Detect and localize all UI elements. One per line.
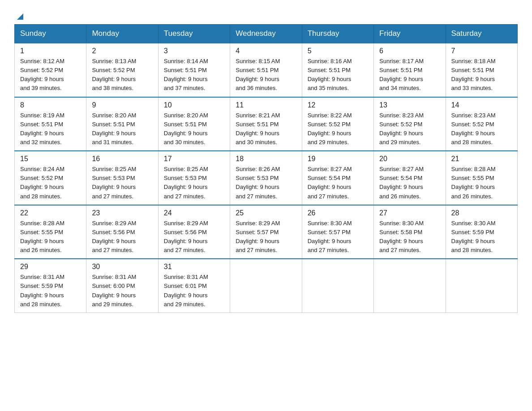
day-info: Sunrise: 8:21 AM Sunset: 5:51 PM Dayligh… xyxy=(236,111,296,147)
day-info: Sunrise: 8:25 AM Sunset: 5:53 PM Dayligh… xyxy=(164,165,224,201)
calendar-cell: 22 Sunrise: 8:28 AM Sunset: 5:55 PM Dayl… xyxy=(15,205,86,259)
day-number: 21 xyxy=(451,155,512,163)
calendar-cell: 21 Sunrise: 8:28 AM Sunset: 5:55 PM Dayl… xyxy=(446,151,517,205)
day-info: Sunrise: 8:16 AM Sunset: 5:51 PM Dayligh… xyxy=(308,57,368,93)
day-info: Sunrise: 8:23 AM Sunset: 5:52 PM Dayligh… xyxy=(451,111,512,147)
calendar-header-row: SundayMondayTuesdayWednesdayThursdayFrid… xyxy=(15,25,518,43)
day-number: 12 xyxy=(308,101,368,109)
calendar-cell: 3 Sunrise: 8:14 AM Sunset: 5:51 PM Dayli… xyxy=(158,43,230,97)
day-number: 22 xyxy=(20,209,81,217)
day-info: Sunrise: 8:17 AM Sunset: 5:51 PM Dayligh… xyxy=(379,57,440,93)
day-info: Sunrise: 8:28 AM Sunset: 5:55 PM Dayligh… xyxy=(20,219,81,255)
day-info: Sunrise: 8:22 AM Sunset: 5:52 PM Dayligh… xyxy=(308,111,368,147)
day-number: 16 xyxy=(92,155,152,163)
logo-top-row xyxy=(14,11,25,21)
day-info: Sunrise: 8:19 AM Sunset: 5:51 PM Dayligh… xyxy=(20,111,81,147)
col-header-monday: Monday xyxy=(86,25,158,43)
day-number: 24 xyxy=(164,209,224,217)
day-number: 4 xyxy=(236,47,296,55)
calendar-cell: 18 Sunrise: 8:26 AM Sunset: 5:53 PM Dayl… xyxy=(230,151,302,205)
day-info: Sunrise: 8:29 AM Sunset: 5:56 PM Dayligh… xyxy=(164,219,224,255)
calendar-cell: 30 Sunrise: 8:31 AM Sunset: 6:00 PM Dayl… xyxy=(86,259,158,313)
calendar-cell: 11 Sunrise: 8:21 AM Sunset: 5:51 PM Dayl… xyxy=(230,97,302,151)
day-info: Sunrise: 8:20 AM Sunset: 5:51 PM Dayligh… xyxy=(164,111,224,147)
calendar-cell: 25 Sunrise: 8:29 AM Sunset: 5:57 PM Dayl… xyxy=(230,205,302,259)
calendar-cell: 14 Sunrise: 8:23 AM Sunset: 5:52 PM Dayl… xyxy=(446,97,517,151)
day-number: 23 xyxy=(92,209,152,217)
day-number: 1 xyxy=(20,47,81,55)
calendar-cell: 16 Sunrise: 8:25 AM Sunset: 5:53 PM Dayl… xyxy=(86,151,158,205)
day-info: Sunrise: 8:27 AM Sunset: 5:54 PM Dayligh… xyxy=(308,165,368,201)
col-header-sunday: Sunday xyxy=(15,25,86,43)
day-info: Sunrise: 8:30 AM Sunset: 5:57 PM Dayligh… xyxy=(308,219,368,255)
day-info: Sunrise: 8:24 AM Sunset: 5:52 PM Dayligh… xyxy=(20,165,81,201)
calendar-week-row: 1 Sunrise: 8:12 AM Sunset: 5:52 PM Dayli… xyxy=(15,43,518,97)
day-number: 19 xyxy=(308,155,368,163)
calendar-cell: 6 Sunrise: 8:17 AM Sunset: 5:51 PM Dayli… xyxy=(374,43,446,97)
day-number: 10 xyxy=(164,101,224,109)
day-info: Sunrise: 8:12 AM Sunset: 5:52 PM Dayligh… xyxy=(20,57,81,93)
calendar-table: SundayMondayTuesdayWednesdayThursdayFrid… xyxy=(14,24,518,313)
calendar-cell xyxy=(374,259,446,313)
day-number: 18 xyxy=(236,155,296,163)
svg-marker-0 xyxy=(17,13,23,20)
day-number: 28 xyxy=(451,209,512,217)
calendar-week-row: 15 Sunrise: 8:24 AM Sunset: 5:52 PM Dayl… xyxy=(15,151,518,205)
day-number: 8 xyxy=(20,101,81,109)
day-number: 29 xyxy=(20,263,81,271)
calendar-week-row: 8 Sunrise: 8:19 AM Sunset: 5:51 PM Dayli… xyxy=(15,97,518,151)
day-info: Sunrise: 8:23 AM Sunset: 5:52 PM Dayligh… xyxy=(379,111,440,147)
calendar-cell: 15 Sunrise: 8:24 AM Sunset: 5:52 PM Dayl… xyxy=(15,151,86,205)
day-number: 17 xyxy=(164,155,224,163)
day-info: Sunrise: 8:31 AM Sunset: 6:01 PM Dayligh… xyxy=(164,273,224,309)
calendar-cell: 19 Sunrise: 8:27 AM Sunset: 5:54 PM Dayl… xyxy=(302,151,373,205)
calendar-week-row: 22 Sunrise: 8:28 AM Sunset: 5:55 PM Dayl… xyxy=(15,205,518,259)
logo-triangle-icon xyxy=(15,12,25,21)
day-number: 6 xyxy=(379,47,440,55)
day-number: 27 xyxy=(379,209,440,217)
page-header xyxy=(14,11,518,19)
calendar-cell xyxy=(230,259,302,313)
day-number: 3 xyxy=(164,47,224,55)
calendar-week-row: 29 Sunrise: 8:31 AM Sunset: 5:59 PM Dayl… xyxy=(15,259,518,313)
day-number: 14 xyxy=(451,101,512,109)
day-info: Sunrise: 8:31 AM Sunset: 6:00 PM Dayligh… xyxy=(92,273,152,309)
day-number: 26 xyxy=(308,209,368,217)
day-number: 9 xyxy=(92,101,152,109)
day-info: Sunrise: 8:29 AM Sunset: 5:56 PM Dayligh… xyxy=(92,219,152,255)
day-info: Sunrise: 8:31 AM Sunset: 5:59 PM Dayligh… xyxy=(20,273,81,309)
calendar-cell: 24 Sunrise: 8:29 AM Sunset: 5:56 PM Dayl… xyxy=(158,205,230,259)
calendar-cell: 13 Sunrise: 8:23 AM Sunset: 5:52 PM Dayl… xyxy=(374,97,446,151)
calendar-cell xyxy=(302,259,373,313)
col-header-tuesday: Tuesday xyxy=(158,25,230,43)
day-info: Sunrise: 8:18 AM Sunset: 5:51 PM Dayligh… xyxy=(451,57,512,93)
day-number: 11 xyxy=(236,101,296,109)
calendar-cell: 29 Sunrise: 8:31 AM Sunset: 5:59 PM Dayl… xyxy=(15,259,86,313)
day-number: 20 xyxy=(379,155,440,163)
day-info: Sunrise: 8:14 AM Sunset: 5:51 PM Dayligh… xyxy=(164,57,224,93)
day-info: Sunrise: 8:13 AM Sunset: 5:52 PM Dayligh… xyxy=(92,57,152,93)
day-info: Sunrise: 8:27 AM Sunset: 5:54 PM Dayligh… xyxy=(379,165,440,201)
day-info: Sunrise: 8:30 AM Sunset: 5:58 PM Dayligh… xyxy=(379,219,440,255)
calendar-cell: 5 Sunrise: 8:16 AM Sunset: 5:51 PM Dayli… xyxy=(302,43,373,97)
calendar-cell: 4 Sunrise: 8:15 AM Sunset: 5:51 PM Dayli… xyxy=(230,43,302,97)
day-number: 2 xyxy=(92,47,152,55)
calendar-cell: 26 Sunrise: 8:30 AM Sunset: 5:57 PM Dayl… xyxy=(302,205,373,259)
calendar-cell: 23 Sunrise: 8:29 AM Sunset: 5:56 PM Dayl… xyxy=(86,205,158,259)
day-number: 15 xyxy=(20,155,81,163)
col-header-friday: Friday xyxy=(374,25,446,43)
day-info: Sunrise: 8:29 AM Sunset: 5:57 PM Dayligh… xyxy=(236,219,296,255)
day-number: 13 xyxy=(379,101,440,109)
day-number: 5 xyxy=(308,47,368,55)
calendar-cell: 8 Sunrise: 8:19 AM Sunset: 5:51 PM Dayli… xyxy=(15,97,86,151)
calendar-cell: 28 Sunrise: 8:30 AM Sunset: 5:59 PM Dayl… xyxy=(446,205,517,259)
calendar-cell: 12 Sunrise: 8:22 AM Sunset: 5:52 PM Dayl… xyxy=(302,97,373,151)
day-info: Sunrise: 8:20 AM Sunset: 5:51 PM Dayligh… xyxy=(92,111,152,147)
day-number: 25 xyxy=(236,209,296,217)
calendar-cell: 17 Sunrise: 8:25 AM Sunset: 5:53 PM Dayl… xyxy=(158,151,230,205)
col-header-thursday: Thursday xyxy=(302,25,373,43)
calendar-cell: 7 Sunrise: 8:18 AM Sunset: 5:51 PM Dayli… xyxy=(446,43,517,97)
day-info: Sunrise: 8:30 AM Sunset: 5:59 PM Dayligh… xyxy=(451,219,512,255)
day-info: Sunrise: 8:15 AM Sunset: 5:51 PM Dayligh… xyxy=(236,57,296,93)
calendar-cell: 31 Sunrise: 8:31 AM Sunset: 6:01 PM Dayl… xyxy=(158,259,230,313)
